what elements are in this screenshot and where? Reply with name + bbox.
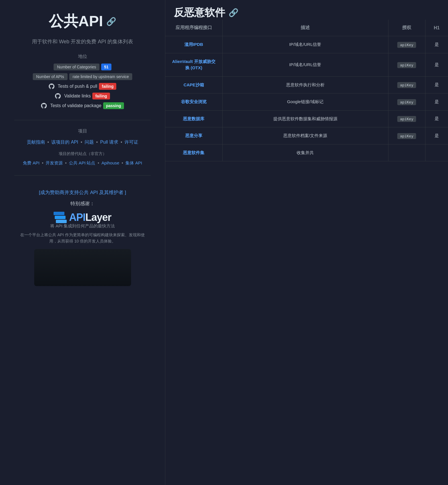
preview-placeholder bbox=[34, 249, 131, 286]
desc-cell: 恶意软件执行和分析 bbox=[222, 76, 388, 93]
ci-validate-package-row: Tests of validate package passing bbox=[41, 102, 124, 109]
desc-cell: 恶意软件档案/文件来源 bbox=[222, 127, 388, 144]
link-public-api-site[interactable]: 公共 API 站点 bbox=[69, 160, 95, 165]
th-desc: 描述 bbox=[222, 20, 388, 36]
h1-cell: 是 bbox=[425, 76, 448, 93]
category-count-badge: 51 bbox=[101, 64, 111, 70]
table-row: 谷歌安全浏览Google链接/域标记apiKey是 bbox=[165, 93, 448, 111]
api-table: 应用程序编程接口 描述 授权 H1 滥用IPDBIP/域名/URL信誉apiKe… bbox=[165, 20, 448, 161]
desc-cell: IP/域名/URL信誉 bbox=[222, 53, 388, 76]
left-panel: 公共API 🔗 用于软件和 Web 开发的免费 API 的集体列表 地位 Num… bbox=[0, 0, 165, 485]
validate-links-status: failing bbox=[92, 93, 110, 99]
ci-validate-links-row: Validate links failing bbox=[55, 93, 110, 99]
desc-cell: 收集并共 bbox=[222, 144, 388, 161]
desc-cell: IP/域名/URL信誉 bbox=[222, 36, 388, 53]
link-pull-requests[interactable]: Pull 请求 bbox=[100, 140, 118, 144]
table-header-row: 应用程序编程接口 描述 授权 H1 bbox=[165, 20, 448, 36]
auth-cell: apiKey bbox=[388, 36, 425, 53]
logo-text: APILayer bbox=[69, 211, 111, 223]
preview-box bbox=[34, 249, 131, 286]
api-name-cell[interactable]: 谷歌安全浏览 bbox=[165, 93, 222, 111]
table-row: 恶意分享恶意软件档案/文件来源apiKey是 bbox=[165, 127, 448, 144]
auth-cell: apiKey bbox=[388, 53, 425, 76]
validate-package-status: passing bbox=[103, 102, 124, 109]
ci-push-pull-status: failing bbox=[99, 83, 116, 90]
github-icon-2 bbox=[55, 93, 61, 99]
link-dev-resources[interactable]: 开发资源 bbox=[46, 160, 63, 165]
api-name-cell[interactable]: 恶意分享 bbox=[165, 127, 222, 144]
validate-package-label: Tests of validate package bbox=[50, 103, 101, 108]
h1-cell bbox=[425, 144, 448, 161]
auth-cell: apiKey bbox=[388, 127, 425, 144]
right-panel: 反恶意软件 🔗 应用程序编程接口 描述 授权 H1 滥用IPDBIP/域名/UR… bbox=[165, 0, 448, 485]
github-icon-3 bbox=[41, 103, 47, 109]
validate-links-label: Validate links bbox=[64, 93, 91, 99]
logo-stack bbox=[54, 212, 67, 223]
right-title-text: 反恶意软件 bbox=[174, 6, 225, 20]
h1-cell: 是 bbox=[425, 110, 448, 127]
project-label: 项目 bbox=[78, 128, 87, 134]
apis-note-badge: rate limited by upstream service bbox=[69, 73, 133, 80]
alt-sites-label: 项目的替代站点（非官方） bbox=[59, 151, 107, 156]
desc-cell: Google链接/域标记 bbox=[222, 93, 388, 111]
category-badge-row: Number of Categories 51 bbox=[54, 64, 111, 70]
api-name-cell[interactable]: CAPE沙箱 bbox=[165, 76, 222, 93]
divider-2 bbox=[14, 175, 151, 176]
page-title: 公共API 🔗 bbox=[49, 11, 117, 31]
category-label-badge: Number of Categories bbox=[54, 64, 99, 70]
table-row: AlienVault 开放威胁交换 (OTX)IP/域名/URL信誉apiKey… bbox=[165, 53, 448, 76]
link-license[interactable]: 许可证 bbox=[125, 140, 138, 144]
title-link-icon[interactable]: 🔗 bbox=[106, 17, 116, 26]
h1-cell: 是 bbox=[425, 127, 448, 144]
th-api: 应用程序编程接口 bbox=[165, 20, 222, 36]
api-name-cell[interactable]: AlienVault 开放威胁交换 (OTX) bbox=[165, 53, 222, 76]
right-header: 反恶意软件 🔗 bbox=[165, 0, 448, 20]
auth-cell bbox=[388, 144, 425, 161]
status-label: 地位 bbox=[78, 54, 87, 60]
auth-cell: apiKey bbox=[388, 93, 425, 111]
table-row: 恶意数据库提供恶意软件数据集和威胁情报源apiKey是 bbox=[165, 110, 448, 127]
subtitle: 用于软件和 Web 开发的免费 API 的集体列表 bbox=[32, 38, 133, 45]
table-row: 滥用IPDBIP/域名/URL信誉apiKey是 bbox=[165, 36, 448, 53]
link-free-api[interactable]: 免费 API bbox=[23, 160, 39, 165]
link-contribution[interactable]: 贡献指南 bbox=[27, 140, 45, 144]
ci-push-pull-label: Tests of push & pull bbox=[58, 84, 97, 89]
th-auth: 授权 bbox=[388, 20, 425, 36]
api-name-cell[interactable]: 滥用IPDB bbox=[165, 36, 222, 53]
github-icon-1 bbox=[49, 83, 54, 89]
right-title: 反恶意软件 🔗 bbox=[174, 6, 239, 20]
alt-links: 免费 API • 开发资源 • 公共 API 站点 • Apihouse • 集… bbox=[23, 159, 142, 167]
apis-badge-row: Number of APIs rate limited by upstream … bbox=[33, 73, 133, 80]
table-row: 恶意软件集收集并共 bbox=[165, 144, 448, 161]
link-issues[interactable]: 问题 bbox=[85, 140, 94, 144]
api-name-cell[interactable]: 恶意软件集 bbox=[165, 144, 222, 161]
sponsor-link[interactable]: [成为赞助商并支持公共 API 及其维护者 ] bbox=[39, 189, 126, 196]
sponsor-logo: APILayer bbox=[54, 211, 111, 223]
link-api[interactable]: 该项目的 API bbox=[51, 140, 78, 144]
h1-cell: 是 bbox=[425, 93, 448, 111]
thanks-label: 特别感谢： bbox=[70, 200, 95, 207]
apis-label-badge: Number of APIs bbox=[33, 73, 68, 80]
sponsor-tagline: 将 API 集成到任何产品的最快方法 bbox=[50, 223, 115, 229]
api-name-cell[interactable]: 恶意数据库 bbox=[165, 110, 222, 127]
th-h1: H1 bbox=[425, 20, 448, 36]
link-apihouse[interactable]: Apihouse bbox=[101, 160, 119, 165]
project-links: 贡献指南 • 该项目的 API • 问题 • Pull 请求 • 许可证 bbox=[27, 138, 138, 147]
sponsor-desc: 在一个平台上将公共 API 作为更简单的可编程构建块来探索、发现和使用，从而获得… bbox=[14, 232, 151, 244]
divider-1 bbox=[14, 120, 151, 120]
h1-cell: 是 bbox=[425, 53, 448, 76]
auth-cell: apiKey bbox=[388, 110, 425, 127]
auth-cell: apiKey bbox=[388, 76, 425, 93]
link-collective-api[interactable]: 集体 API bbox=[125, 160, 142, 165]
desc-cell: 提供恶意软件数据集和威胁情报源 bbox=[222, 110, 388, 127]
ci-push-pull-row: Tests of push & pull failing bbox=[49, 83, 117, 90]
h1-cell: 是 bbox=[425, 36, 448, 53]
title-text: 公共API bbox=[49, 11, 103, 31]
table-row: CAPE沙箱恶意软件执行和分析apiKey是 bbox=[165, 76, 448, 93]
right-title-link-icon[interactable]: 🔗 bbox=[229, 8, 239, 17]
